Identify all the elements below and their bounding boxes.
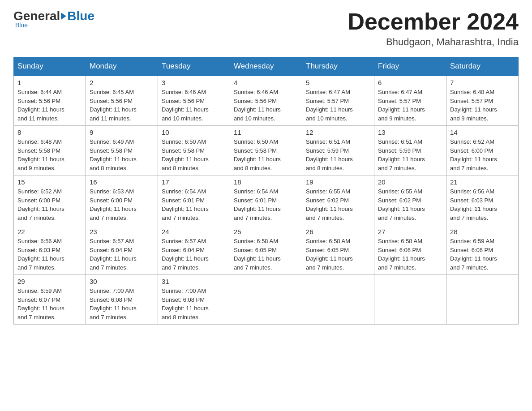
day-info: Sunrise: 6:59 AMSunset: 6:07 PMDaylight:…: [17, 287, 82, 321]
day-number: 22: [17, 228, 82, 235]
day-info: Sunrise: 6:51 AMSunset: 5:59 PMDaylight:…: [306, 137, 370, 172]
day-number: 19: [306, 178, 370, 186]
calendar-cell: 31Sunrise: 7:00 AMSunset: 6:08 PMDayligh…: [158, 275, 230, 325]
day-number: 31: [162, 278, 226, 285]
day-info: Sunrise: 6:50 AMSunset: 5:58 PMDaylight:…: [234, 137, 298, 172]
day-info: Sunrise: 6:56 AMSunset: 6:03 PMDaylight:…: [17, 237, 82, 272]
calendar-cell: [230, 275, 302, 325]
calendar-cell: 16Sunrise: 6:53 AMSunset: 6:00 PMDayligh…: [86, 176, 158, 225]
calendar-cell: 13Sunrise: 6:51 AMSunset: 5:59 PMDayligh…: [374, 126, 446, 176]
day-number: 7: [450, 79, 515, 86]
calendar-cell: 23Sunrise: 6:57 AMSunset: 6:04 PMDayligh…: [86, 225, 158, 275]
day-info: Sunrise: 6:49 AMSunset: 5:58 PMDaylight:…: [90, 137, 154, 172]
day-number: 29: [17, 278, 82, 285]
month-year-title: December 2024: [348, 9, 519, 34]
day-number: 6: [378, 79, 442, 86]
calendar-cell: 4Sunrise: 6:46 AMSunset: 5:56 PMDaylight…: [230, 76, 302, 126]
day-number: 8: [17, 128, 82, 136]
header-monday: Monday: [86, 57, 158, 76]
day-info: Sunrise: 6:48 AMSunset: 5:58 PMDaylight:…: [17, 137, 82, 172]
day-info: Sunrise: 6:44 AMSunset: 5:56 PMDaylight:…: [17, 88, 82, 123]
calendar-cell: 8Sunrise: 6:48 AMSunset: 5:58 PMDaylight…: [14, 126, 86, 176]
calendar-cell: 6Sunrise: 6:47 AMSunset: 5:57 PMDaylight…: [374, 76, 446, 126]
calendar-table: SundayMondayTuesdayWednesdayThursdayFrid…: [13, 57, 519, 325]
location-subtitle: Bhudgaon, Maharashtra, India: [348, 36, 519, 48]
day-info: Sunrise: 6:57 AMSunset: 6:04 PMDaylight:…: [162, 237, 226, 272]
day-info: Sunrise: 6:46 AMSunset: 5:56 PMDaylight:…: [162, 88, 226, 123]
calendar-cell: 20Sunrise: 6:55 AMSunset: 6:02 PMDayligh…: [374, 176, 446, 225]
day-info: Sunrise: 6:54 AMSunset: 6:01 PMDaylight:…: [234, 187, 298, 222]
day-number: 16: [90, 178, 154, 186]
day-number: 21: [450, 178, 515, 186]
day-info: Sunrise: 6:45 AMSunset: 5:56 PMDaylight:…: [90, 88, 154, 123]
calendar-cell: 24Sunrise: 6:57 AMSunset: 6:04 PMDayligh…: [158, 225, 230, 275]
day-number: 2: [90, 79, 154, 86]
header-wednesday: Wednesday: [230, 57, 302, 76]
day-info: Sunrise: 6:52 AMSunset: 6:00 PMDaylight:…: [17, 187, 82, 222]
calendar-week-5: 29Sunrise: 6:59 AMSunset: 6:07 PMDayligh…: [14, 275, 519, 325]
calendar-cell: 26Sunrise: 6:58 AMSunset: 6:05 PMDayligh…: [302, 225, 374, 275]
header-sunday: Sunday: [14, 57, 86, 76]
header-friday: Friday: [374, 57, 446, 76]
day-number: 14: [450, 128, 515, 136]
day-number: 26: [306, 228, 370, 235]
day-number: 11: [234, 128, 298, 136]
day-info: Sunrise: 6:51 AMSunset: 5:59 PMDaylight:…: [378, 137, 442, 172]
calendar-cell: 27Sunrise: 6:58 AMSunset: 6:06 PMDayligh…: [374, 225, 446, 275]
day-info: Sunrise: 6:59 AMSunset: 6:06 PMDaylight:…: [450, 237, 515, 272]
title-block: December 2024 Bhudgaon, Maharashtra, Ind…: [348, 9, 519, 48]
page-header: General Blue Blue December 2024 Bhudgaon…: [13, 9, 519, 48]
day-number: 12: [306, 128, 370, 136]
logo: General Blue Blue: [13, 9, 94, 29]
day-number: 4: [234, 79, 298, 86]
day-number: 1: [17, 79, 82, 86]
day-number: 23: [90, 228, 154, 235]
logo-subtitle: Blue: [13, 21, 28, 29]
calendar-cell: 10Sunrise: 6:50 AMSunset: 5:58 PMDayligh…: [158, 126, 230, 176]
calendar-cell: 17Sunrise: 6:54 AMSunset: 6:01 PMDayligh…: [158, 176, 230, 225]
calendar-cell: 1Sunrise: 6:44 AMSunset: 5:56 PMDaylight…: [14, 76, 86, 126]
day-info: Sunrise: 6:53 AMSunset: 6:00 PMDaylight:…: [90, 187, 154, 222]
day-info: Sunrise: 6:47 AMSunset: 5:57 PMDaylight:…: [378, 88, 442, 123]
day-number: 20: [378, 178, 442, 186]
calendar-cell: 28Sunrise: 6:59 AMSunset: 6:06 PMDayligh…: [446, 225, 519, 275]
calendar-cell: 25Sunrise: 6:58 AMSunset: 6:05 PMDayligh…: [230, 225, 302, 275]
day-number: 3: [162, 79, 226, 86]
calendar-cell: 5Sunrise: 6:47 AMSunset: 5:57 PMDaylight…: [302, 76, 374, 126]
day-number: 10: [162, 128, 226, 136]
calendar-cell: 30Sunrise: 7:00 AMSunset: 6:08 PMDayligh…: [86, 275, 158, 325]
day-number: 25: [234, 228, 298, 235]
day-info: Sunrise: 6:52 AMSunset: 6:00 PMDaylight:…: [450, 137, 515, 172]
day-info: Sunrise: 6:54 AMSunset: 6:01 PMDaylight:…: [162, 187, 226, 222]
calendar-cell: [374, 275, 446, 325]
calendar-cell: 15Sunrise: 6:52 AMSunset: 6:00 PMDayligh…: [14, 176, 86, 225]
header-thursday: Thursday: [302, 57, 374, 76]
calendar-cell: [446, 275, 519, 325]
day-number: 13: [378, 128, 442, 136]
calendar-cell: 21Sunrise: 6:56 AMSunset: 6:03 PMDayligh…: [446, 176, 519, 225]
day-number: 17: [162, 178, 226, 186]
day-info: Sunrise: 7:00 AMSunset: 6:08 PMDaylight:…: [90, 287, 154, 321]
calendar-week-3: 15Sunrise: 6:52 AMSunset: 6:00 PMDayligh…: [14, 176, 519, 225]
day-number: 28: [450, 228, 515, 235]
day-info: Sunrise: 6:50 AMSunset: 5:58 PMDaylight:…: [162, 137, 226, 172]
day-info: Sunrise: 6:48 AMSunset: 5:57 PMDaylight:…: [450, 88, 515, 123]
logo-blue-text: Blue: [67, 9, 94, 23]
calendar-cell: 11Sunrise: 6:50 AMSunset: 5:58 PMDayligh…: [230, 126, 302, 176]
day-number: 27: [378, 228, 442, 235]
calendar-week-2: 8Sunrise: 6:48 AMSunset: 5:58 PMDaylight…: [14, 126, 519, 176]
calendar-cell: 19Sunrise: 6:55 AMSunset: 6:02 PMDayligh…: [302, 176, 374, 225]
day-number: 30: [90, 278, 154, 285]
day-number: 18: [234, 178, 298, 186]
calendar-cell: 9Sunrise: 6:49 AMSunset: 5:58 PMDaylight…: [86, 126, 158, 176]
calendar-cell: [302, 275, 374, 325]
calendar-cell: 14Sunrise: 6:52 AMSunset: 6:00 PMDayligh…: [446, 126, 519, 176]
day-number: 9: [90, 128, 154, 136]
day-info: Sunrise: 6:58 AMSunset: 6:05 PMDaylight:…: [234, 237, 298, 272]
day-info: Sunrise: 6:46 AMSunset: 5:56 PMDaylight:…: [234, 88, 298, 123]
day-info: Sunrise: 6:56 AMSunset: 6:03 PMDaylight:…: [450, 187, 515, 222]
day-info: Sunrise: 6:55 AMSunset: 6:02 PMDaylight:…: [306, 187, 370, 222]
day-number: 15: [17, 178, 82, 186]
calendar-cell: 22Sunrise: 6:56 AMSunset: 6:03 PMDayligh…: [14, 225, 86, 275]
calendar-cell: 2Sunrise: 6:45 AMSunset: 5:56 PMDaylight…: [86, 76, 158, 126]
